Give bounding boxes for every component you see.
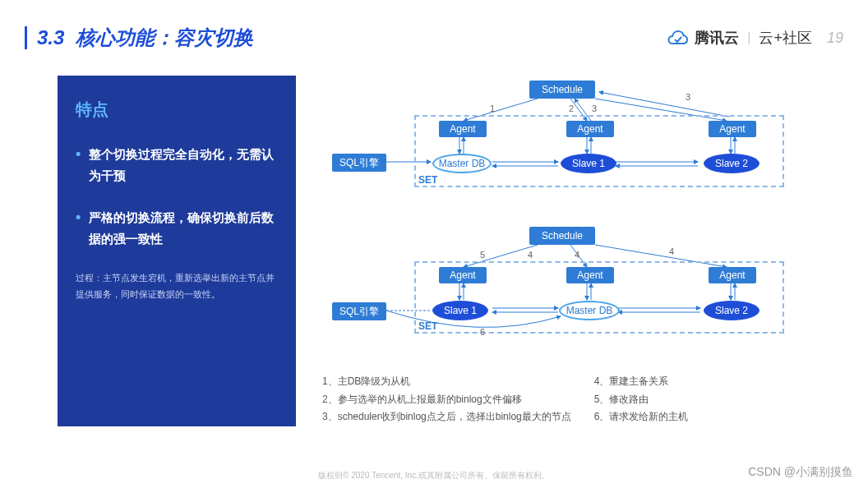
feature-bullets: 整个切换过程完全自动化，无需认为干预 严格的切换流程，确保切换前后数据的强一致性 xyxy=(76,144,278,249)
logos: 腾讯云 | 云+社区 19 xyxy=(667,28,843,48)
step-num: 4 xyxy=(528,250,533,260)
schedule-box: Schedule xyxy=(529,81,595,99)
agent-box: Agent xyxy=(439,267,487,283)
agent-box: Agent xyxy=(439,121,487,137)
agent-box: Agent xyxy=(566,121,614,137)
step-item: 6、请求发给新的主机 xyxy=(594,408,689,426)
diagram-top: Schedule Agent Agent Agent SQL引擎 Master … xyxy=(316,76,817,215)
features-title: 特点 xyxy=(76,99,278,121)
title-bar xyxy=(25,26,27,49)
section-num: 3.3 xyxy=(37,26,64,48)
slave2-oval: Slave 2 xyxy=(704,301,760,320)
step-num: 3 xyxy=(686,92,690,102)
agent-box: Agent xyxy=(709,267,756,283)
right-panel: Schedule Agent Agent Agent SQL引擎 Master … xyxy=(316,76,843,426)
footer: 版权归© 2020 Tencent, Inc.或其附属公司所有。保留所有权利。 xyxy=(0,470,868,481)
step-num: 4 xyxy=(669,246,674,256)
step-item: 2、参与选举的从机上报最新的binlog文件偏移 xyxy=(322,391,571,409)
left-panel: 特点 整个切换过程完全自动化，无需认为干预 严格的切换流程，确保切换前后数据的强… xyxy=(58,76,296,426)
set-label: SET xyxy=(418,320,437,332)
slave1-oval: Slave 1 xyxy=(432,301,488,320)
title-wrap: 3.3 核心功能：容灾切换 xyxy=(25,25,253,51)
bullet-item: 整个切换过程完全自动化，无需认为干预 xyxy=(76,144,278,186)
step-item: 3、scheduler收到binlog点之后，选择出binlog最大的节点 xyxy=(322,408,571,426)
sql-engine-box: SQL引擎 xyxy=(332,154,386,172)
set-label: SET xyxy=(418,174,437,186)
tencent-cloud-logo: 腾讯云 xyxy=(667,28,739,48)
steps-left: 1、主DB降级为从机 2、参与选举的从机上报最新的binlog文件偏移 3、sc… xyxy=(322,373,571,426)
svg-line-4 xyxy=(599,92,729,117)
step-item: 1、主DB降级为从机 xyxy=(322,373,571,391)
master-db-oval: Master DB xyxy=(559,301,620,320)
step-num: 1 xyxy=(490,104,495,113)
bullet-item: 严格的切换流程，确保切换前后数据的强一致性 xyxy=(76,207,278,249)
process-text: 过程：主节点发生宕机，重新选举出新的主节点并提供服务，同时保证数据的一致性。 xyxy=(76,270,278,303)
step-num: 4 xyxy=(575,250,579,260)
slave2-oval: Slave 2 xyxy=(704,154,760,173)
watermark: CSDN @小满别摸鱼 xyxy=(748,465,853,480)
master-db-oval: Master DB xyxy=(432,154,492,173)
step-num: 3 xyxy=(592,104,597,113)
body: 特点 整个切换过程完全自动化，无需认为干预 严格的切换流程，确保切换前后数据的强… xyxy=(0,51,868,426)
schedule-box: Schedule xyxy=(529,227,595,245)
step-num: 6 xyxy=(480,327,485,337)
section-title: 核心功能：容灾切换 xyxy=(76,26,253,48)
separator: | xyxy=(747,30,750,45)
cloud-icon xyxy=(667,29,690,47)
slave1-oval: Slave 1 xyxy=(561,154,616,173)
step-num: 2 xyxy=(569,104,574,113)
step-item: 4、重建主备关系 xyxy=(594,373,689,391)
agent-box: Agent xyxy=(566,267,614,283)
step-num: 5 xyxy=(480,250,485,260)
logo-text: 腾讯云 xyxy=(695,28,739,48)
header: 3.3 核心功能：容灾切换 腾讯云 | 云+社区 19 xyxy=(0,0,868,51)
sql-engine-box: SQL引擎 xyxy=(332,302,386,320)
steps-right: 4、重建主备关系 5、修改路由 6、请求发给新的主机 xyxy=(594,373,689,426)
page-number: 19 xyxy=(827,30,843,47)
community-text: 云+社区 xyxy=(759,28,812,48)
agent-box: Agent xyxy=(709,121,756,137)
page-title: 3.3 核心功能：容灾切换 xyxy=(37,25,253,51)
steps: 1、主DB降级为从机 2、参与选举的从机上报最新的binlog文件偏移 3、sc… xyxy=(316,368,843,426)
diagram-bottom: Schedule Agent Agent Agent SQL引擎 Slave 1… xyxy=(316,222,817,361)
step-item: 5、修改路由 xyxy=(594,391,689,409)
